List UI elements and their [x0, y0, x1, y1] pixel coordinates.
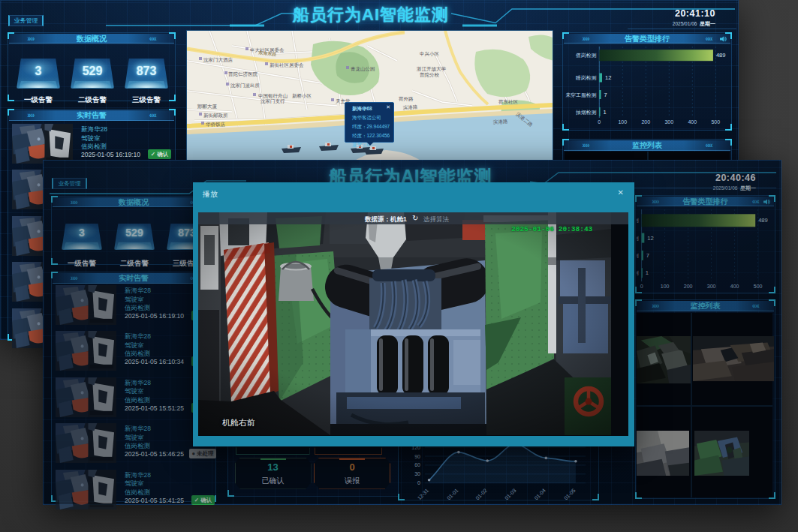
svg-text:新桥小区: 新桥小区 [292, 93, 312, 98]
svg-text:0: 0 [598, 119, 601, 125]
svg-text:中兴小区: 中兴小区 [420, 51, 440, 57]
svg-text:400: 400 [688, 119, 697, 125]
svg-text:新街邮政所: 新街邮政所 [203, 113, 228, 119]
svg-text:沈家门大酒店: 沈家门大酒店 [203, 57, 233, 63]
svg-text:鄮郦大厦: 鄮郦大厦 [197, 104, 218, 110]
svg-text:1: 1 [604, 109, 607, 116]
svg-text:华侨饭店: 华侨饭店 [206, 122, 226, 128]
svg-text:7: 7 [604, 92, 607, 98]
svg-text:普陀仁济医院: 普陀仁济医院 [228, 71, 258, 77]
svg-text:荷东社区: 荷东社区 [498, 99, 519, 104]
svg-text:100: 100 [618, 119, 627, 125]
svg-text:浙江开放大学: 浙江开放大学 [417, 66, 447, 72]
svg-text:新街社区居委会: 新街社区居委会 [270, 62, 304, 68]
svg-text:普陀分校: 普陀分校 [420, 72, 440, 78]
svg-text:未穿工服检测: 未穿工服检测 [566, 92, 597, 98]
svg-text:500: 500 [711, 119, 720, 125]
svg-text:值岗检测: 值岗检测 [576, 53, 596, 59]
svg-text:489: 489 [716, 52, 726, 59]
svg-text:荷外路: 荷外路 [399, 96, 414, 102]
svg-text:200: 200 [641, 119, 650, 125]
svg-text:抽烟检测: 抽烟检测 [576, 110, 596, 116]
svg-text:12: 12 [605, 74, 611, 81]
svg-text:300: 300 [664, 119, 673, 125]
svg-text:沈家门派出所: 沈家门派出所 [230, 83, 260, 89]
svg-text:中国银行舟山: 中国银行舟山 [258, 93, 288, 98]
svg-text:沈家门支行: 沈家门支行 [260, 98, 285, 104]
svg-text:睡岗检测: 睡岗检测 [576, 75, 596, 81]
svg-text:青龙山公园: 青龙山公园 [351, 66, 375, 71]
